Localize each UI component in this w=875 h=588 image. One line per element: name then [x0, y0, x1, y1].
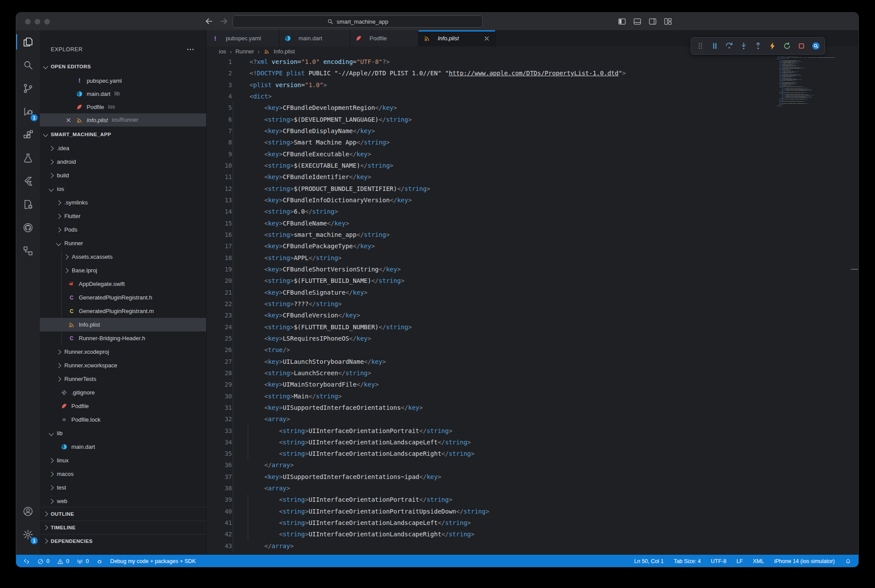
- line-number[interactable]: 7: [207, 125, 232, 137]
- code-line[interactable]: <key>UILaunchStoryboardName</key>: [249, 356, 626, 367]
- restart-button[interactable]: [780, 39, 794, 53]
- code-line[interactable]: <string>UIInterfaceOrientationLandscapeR…: [249, 528, 626, 540]
- code-line[interactable]: <string>smart_machine_app</string>: [249, 229, 626, 240]
- line-number[interactable]: 41: [207, 517, 232, 528]
- code-line[interactable]: <string>UIInterfaceOrientationPortraitUp…: [249, 506, 626, 517]
- line-number[interactable]: 1: [207, 56, 232, 67]
- line-number[interactable]: 22: [207, 298, 232, 310]
- status-port-count[interactable]: 0: [77, 558, 89, 565]
- activity-account[interactable]: [16, 500, 40, 523]
- status-encoding[interactable]: UTF-8: [711, 558, 726, 564]
- line-number[interactable]: 19: [207, 264, 232, 275]
- code-line[interactable]: <key>CFBundleInfoDictionaryVersion</key>: [249, 194, 626, 206]
- code-line[interactable]: <string>$(DEVELOPMENT_LANGUAGE)</string>: [249, 114, 626, 125]
- code-line[interactable]: <string>$(FLUTTER_BUILD_NUMBER)</string>: [249, 321, 626, 333]
- activity-explorer[interactable]: [16, 30, 40, 53]
- line-number[interactable]: 37: [207, 471, 232, 482]
- status-error-count[interactable]: 0: [37, 558, 49, 565]
- code-line[interactable]: <plist version="1.0">: [249, 79, 626, 91]
- status-flutter-device[interactable]: iPhone 14 (ios simulator): [774, 558, 835, 564]
- status-warning-count[interactable]: 0: [57, 558, 69, 565]
- open-editor-main-dart[interactable]: main.dartlib: [40, 87, 206, 100]
- hot-reload-button[interactable]: [766, 39, 779, 53]
- project-root-header[interactable]: SMART_MACHINE_APP: [40, 128, 206, 141]
- tree-item-web[interactable]: web: [40, 494, 206, 508]
- activity-run-debug[interactable]: 1: [16, 100, 40, 123]
- tree-item-runner-xcworkspace[interactable]: Runner.xcworkspace: [40, 359, 206, 372]
- tree-item-test[interactable]: test: [40, 481, 206, 494]
- activity-project-manager[interactable]: [16, 193, 40, 216]
- code-line[interactable]: <string>Main</string>: [249, 391, 626, 402]
- tree-item-flutter[interactable]: Flutter: [40, 209, 206, 223]
- line-number[interactable]: 30: [207, 391, 232, 402]
- open-editor-info-plist[interactable]: Info.plistios/Runner: [40, 113, 206, 127]
- activity-flutter[interactable]: [16, 169, 40, 193]
- tree-item-assets-xcassets[interactable]: Assets.xcassets: [40, 250, 206, 264]
- activity-extensions[interactable]: [16, 123, 40, 146]
- tree-item-ios[interactable]: ios: [40, 182, 206, 196]
- code-line[interactable]: <string>LaunchScreen</string>: [249, 367, 626, 379]
- close-window-button[interactable]: [25, 19, 31, 25]
- line-number[interactable]: 16: [207, 229, 232, 240]
- status-remote-indicator[interactable]: [23, 558, 30, 565]
- code-line[interactable]: <string>APPL</string>: [249, 252, 626, 264]
- toggle-secondary-sidebar-button-icon[interactable]: [648, 17, 657, 26]
- code-line[interactable]: <string>UIInterfaceOrientationPortrait</…: [249, 425, 626, 437]
- code-line[interactable]: <string>????</string>: [249, 298, 626, 310]
- line-number[interactable]: 33: [207, 425, 232, 437]
- open-editor-pubspec-yaml[interactable]: !pubspec.yaml: [40, 74, 206, 87]
- tree-item-main-dart[interactable]: main.dart: [40, 440, 206, 454]
- activity-testing[interactable]: [16, 146, 40, 169]
- activity-search[interactable]: [16, 53, 40, 77]
- tree-item-macos[interactable]: macos: [40, 467, 206, 481]
- line-number[interactable]: 39: [207, 494, 232, 505]
- step-over-button[interactable]: [722, 39, 736, 53]
- code-line[interactable]: </array>: [249, 540, 626, 552]
- tree-item-runnertests[interactable]: RunnerTests: [40, 372, 206, 386]
- forward-icon[interactable]: [219, 17, 228, 26]
- code-line[interactable]: <key>UIMainStoryboardFile</key>: [249, 379, 626, 390]
- code-line[interactable]: <key>CFBundleName</key>: [249, 218, 626, 229]
- tree-item-runner-bridging-header-h[interactable]: CRunner-Bridging-Header.h: [40, 331, 206, 345]
- line-number[interactable]: 21: [207, 287, 232, 298]
- tree-item-pods[interactable]: Pods: [40, 223, 206, 236]
- editor-scrollbar[interactable]: [852, 56, 858, 555]
- line-number[interactable]: 25: [207, 333, 232, 344]
- line-number[interactable]: 35: [207, 448, 232, 459]
- code-line[interactable]: <key>CFBundleSignature</key>: [249, 287, 626, 298]
- line-number[interactable]: 28: [207, 367, 232, 379]
- line-number[interactable]: 11: [207, 171, 232, 183]
- code-line[interactable]: <key>CFBundleDisplayName</key>: [249, 125, 626, 137]
- line-number[interactable]: 2: [207, 67, 232, 79]
- tree-item-podfile-lock[interactable]: ≡Podfile.lock: [40, 413, 206, 426]
- tab-pubspec-yaml[interactable]: !pubspec.yaml: [207, 30, 279, 46]
- line-number[interactable]: 18: [207, 252, 232, 264]
- more-actions-icon[interactable]: [186, 45, 195, 54]
- code-line[interactable]: <dict>: [249, 91, 626, 102]
- status-eol[interactable]: LF: [736, 558, 743, 564]
- code-line[interactable]: <key>UISupportedInterfaceOrientations~ip…: [249, 471, 626, 482]
- code-content[interactable]: <?xml version="1.0" encoding="UTF-8"?><!…: [232, 56, 626, 555]
- line-number[interactable]: 31: [207, 402, 232, 413]
- status-launch-config[interactable]: Debug my code + packages + SDK: [110, 558, 196, 564]
- activity-settings[interactable]: 1: [16, 523, 40, 546]
- tree-item-lib[interactable]: lib: [40, 426, 206, 440]
- line-number[interactable]: 24: [207, 321, 232, 333]
- inspector-button[interactable]: [809, 39, 822, 53]
- breadcrumb-item-runner[interactable]: Runner: [235, 48, 254, 55]
- tree-item-info-plist[interactable]: Info.plist: [40, 318, 206, 331]
- tree-item-android[interactable]: android: [40, 155, 206, 169]
- tree-item-idea[interactable]: .idea: [40, 141, 206, 155]
- line-number[interactable]: 32: [207, 413, 232, 425]
- command-center-search[interactable]: smart_machine_app: [232, 15, 483, 28]
- code-line[interactable]: <string>UIInterfaceOrientationLandscapeR…: [249, 448, 626, 459]
- line-number[interactable]: 29: [207, 379, 232, 390]
- sidebar-section-timeline[interactable]: TIMELINE: [40, 521, 206, 534]
- line-number[interactable]: 20: [207, 275, 232, 286]
- code-line[interactable]: <key>CFBundleExecutable</key>: [249, 148, 626, 160]
- line-number[interactable]: 40: [207, 506, 232, 517]
- code-line[interactable]: <string>Smart Machine App</string>: [249, 137, 626, 148]
- code-line[interactable]: <string>UIInterfaceOrientationLandscapeL…: [249, 517, 626, 528]
- tree-item-gitignore[interactable]: .gitignore: [40, 386, 206, 399]
- line-number[interactable]: 8: [207, 137, 232, 148]
